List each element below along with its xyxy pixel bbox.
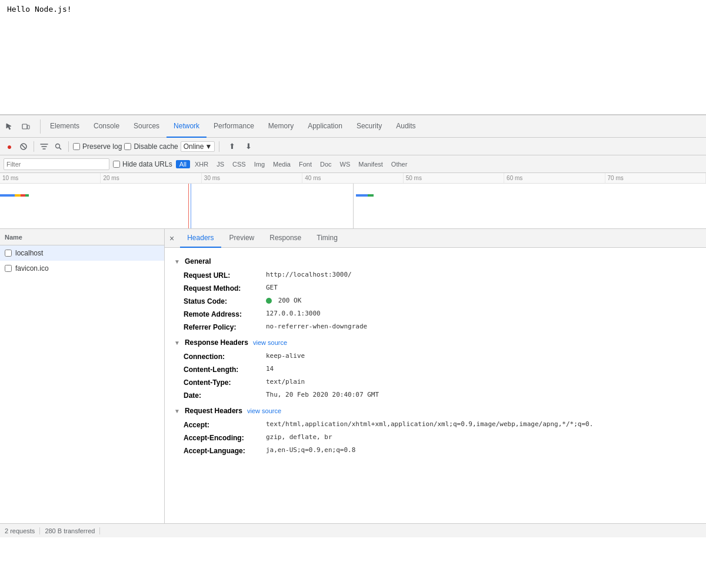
device-icon[interactable] xyxy=(19,119,33,134)
tab-security[interactable]: Security xyxy=(349,115,389,138)
remote-address-row: Remote Address: 127.0.0.1:3000 xyxy=(174,308,697,321)
filter-type-xhr[interactable]: XHR xyxy=(191,160,212,168)
tl-teal-blue xyxy=(356,194,368,197)
filter-type-font[interactable]: Font xyxy=(295,160,315,168)
timeline-marker: 10 ms xyxy=(0,173,101,183)
svg-rect-1 xyxy=(28,125,30,129)
tab-console[interactable]: Console xyxy=(86,115,126,138)
details-tab-preview[interactable]: Preview xyxy=(222,229,262,248)
general-section-header[interactable]: ▼ General xyxy=(174,257,697,265)
tab-memory[interactable]: Memory xyxy=(261,115,301,138)
hide-data-urls-label[interactable]: Hide data URLs xyxy=(113,160,172,168)
tab-application[interactable]: Application xyxy=(301,115,349,138)
svg-rect-0 xyxy=(22,124,27,129)
request-url-row: Request URL: http://localhost:3000/ xyxy=(174,269,697,282)
details-tabs: × Headers Preview Response Timing xyxy=(165,229,706,248)
response-headers-triangle: ▼ xyxy=(174,340,180,346)
filter-type-all[interactable]: All xyxy=(176,160,190,168)
timeline-area[interactable]: 10 ms20 ms30 ms40 ms50 ms60 ms70 ms xyxy=(0,173,706,229)
general-triangle: ▼ xyxy=(174,258,180,265)
referrer-policy-row: Referrer Policy: no-referrer-when-downgr… xyxy=(174,321,697,334)
filter-type-img[interactable]: Img xyxy=(251,160,268,168)
accept-row: Accept: text/html,application/xhtml+xml,… xyxy=(174,418,697,431)
general-title: General xyxy=(185,257,211,265)
disable-cache-label[interactable]: Disable cache xyxy=(124,142,178,151)
requests-count: 2 requests xyxy=(5,527,40,534)
svg-line-3 xyxy=(22,145,25,148)
transferred-size: 280 B transferred xyxy=(40,527,100,534)
tl-red xyxy=(21,194,25,197)
devtools-icon-group xyxy=(2,119,33,134)
request-item-favicon[interactable]: favicon.ico xyxy=(0,261,164,276)
throttle-select[interactable]: Online ▼ xyxy=(181,141,215,152)
request-item-localhost[interactable]: localhost xyxy=(0,245,164,261)
tl-green xyxy=(25,194,29,197)
filter-input[interactable] xyxy=(4,158,109,170)
filter-type-manifest[interactable]: Manifest xyxy=(355,160,387,168)
tl-blue xyxy=(0,194,15,197)
filter-icon[interactable] xyxy=(38,141,50,152)
preserve-log-checkbox[interactable] xyxy=(73,143,80,150)
filter-type-other[interactable]: Other xyxy=(388,160,411,168)
hide-data-urls-checkbox[interactable] xyxy=(113,161,120,168)
request-list-pane: Name localhost favicon.ico xyxy=(0,229,165,523)
tl-yellow xyxy=(15,194,21,197)
preserve-log-label[interactable]: Preserve log xyxy=(73,142,122,151)
stop-button[interactable] xyxy=(18,141,29,152)
timeline-teal-bar xyxy=(356,194,374,197)
page-content: Hello Node.js! xyxy=(0,0,706,115)
tab-network[interactable]: Network xyxy=(166,115,207,138)
details-pane: × Headers Preview Response Timing ▼ xyxy=(165,229,706,523)
timeline-markers: 10 ms20 ms30 ms40 ms50 ms60 ms70 ms xyxy=(0,173,706,184)
disable-cache-checkbox[interactable] xyxy=(124,143,131,150)
search-icon[interactable] xyxy=(52,141,64,152)
timeline-blue-line xyxy=(191,184,191,229)
filter-types: AllXHRJSCSSImgMediaFontDocWSManifestOthe… xyxy=(176,160,411,168)
timeline-marker: 40 ms xyxy=(302,173,403,183)
devtools-tab-bar: Elements Console Sources Network Perform… xyxy=(0,115,706,138)
tab-sources[interactable]: Sources xyxy=(126,115,166,138)
request-headers-title: Request Headers xyxy=(185,407,242,415)
timeline-marker: 50 ms xyxy=(404,173,504,183)
filter-type-css[interactable]: CSS xyxy=(229,160,249,168)
main-split: Name localhost favicon.ico × Headers Pre… xyxy=(0,229,706,523)
date-row: Date: Thu, 20 Feb 2020 20:40:07 GMT xyxy=(174,389,697,402)
filter-type-media[interactable]: Media xyxy=(269,160,294,168)
details-tab-response[interactable]: Response xyxy=(262,229,308,248)
details-tab-timing[interactable]: Timing xyxy=(309,229,345,248)
tl-teal-green xyxy=(368,194,374,197)
cursor-icon[interactable] xyxy=(2,119,16,134)
response-headers-section-header[interactable]: ▼ Response Headers view source xyxy=(174,338,697,347)
record-button[interactable]: ● xyxy=(4,141,15,152)
network-toolbar: ● Preserve log Disable cache xyxy=(0,138,706,155)
accept-language-row: Accept-Language: ja,en-US;q=0.9,en;q=0.8 xyxy=(174,444,697,457)
request-headers-view-source[interactable]: view source xyxy=(247,407,281,414)
request-checkbox-favicon[interactable] xyxy=(5,265,12,272)
details-content: ▼ General Request URL: http://localhost:… xyxy=(165,248,706,462)
import-button[interactable]: ⬆ xyxy=(226,141,238,152)
status-dot-green xyxy=(266,298,272,304)
close-details-button[interactable]: × xyxy=(169,234,174,242)
status-bar: 2 requests 280 B transferred xyxy=(0,523,706,537)
import-export-group: ⬆ ⬇ xyxy=(226,141,254,152)
status-code-row: Status Code: 200 OK xyxy=(174,295,697,308)
request-headers-section-header[interactable]: ▼ Request Headers view source xyxy=(174,407,697,415)
timeline-content xyxy=(0,184,706,229)
toolbar-sep-1 xyxy=(34,141,34,152)
throttle-chevron: ▼ xyxy=(205,142,212,151)
svg-point-4 xyxy=(56,144,60,148)
filter-type-js[interactable]: JS xyxy=(213,160,228,168)
details-tab-headers[interactable]: Headers xyxy=(180,229,221,248)
request-checkbox-localhost[interactable] xyxy=(5,250,12,257)
tab-elements[interactable]: Elements xyxy=(43,115,86,138)
timeline-marker: 20 ms xyxy=(101,173,201,183)
response-headers-view-source[interactable]: view source xyxy=(253,339,287,346)
filter-type-ws[interactable]: WS xyxy=(337,160,354,168)
tab-audits[interactable]: Audits xyxy=(389,115,422,138)
content-length-row: Content-Length: 14 xyxy=(174,363,697,376)
export-button[interactable]: ⬇ xyxy=(242,141,254,152)
toolbar-sep-3 xyxy=(219,141,219,152)
tab-performance[interactable]: Performance xyxy=(207,115,261,138)
filter-type-doc[interactable]: Doc xyxy=(317,160,335,168)
accept-encoding-row: Accept-Encoding: gzip, deflate, br xyxy=(174,431,697,444)
